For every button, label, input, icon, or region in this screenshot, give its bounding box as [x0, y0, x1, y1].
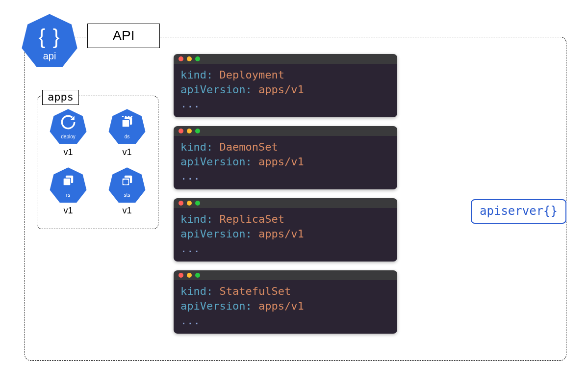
apps-item-name: sts: [108, 192, 146, 198]
yaml-ellipsis: ...: [180, 98, 200, 110]
apiserver-label: apiserver{}: [480, 204, 558, 218]
traffic-light-close-icon: [179, 201, 183, 206]
yaml-ellipsis: ...: [180, 242, 200, 255]
traffic-light-zoom-icon: [195, 56, 200, 61]
stack-dashed-icon: [108, 114, 146, 132]
yaml-value: apps/v1: [258, 83, 304, 96]
yaml-key: apiVersion:: [180, 83, 252, 96]
yaml-value: apps/v1: [258, 300, 304, 312]
apps-item-rs: rs v1: [44, 166, 92, 216]
yaml-key: apiVersion:: [180, 228, 252, 240]
code-body: kind: StatefulSet apiVersion: apps/v1 ..…: [174, 280, 397, 334]
svg-rect-4: [122, 120, 129, 127]
yaml-key: kind:: [180, 213, 213, 225]
stack-icon: [49, 172, 87, 191]
refresh-arrow-icon: [49, 114, 87, 132]
yaml-ellipsis: ...: [180, 170, 200, 182]
yaml-key: kind:: [180, 285, 213, 297]
yaml-value: ReplicaSet: [219, 213, 284, 225]
code-body: kind: Deployment apiVersion: apps/v1 ...: [174, 64, 397, 117]
traffic-light-minimize-icon: [187, 56, 192, 61]
code-body: kind: ReplicaSet apiVersion: apps/v1 ...: [174, 208, 397, 262]
apps-grid: deploy v1 ds v1: [44, 108, 151, 216]
yaml-value: DaemonSet: [219, 141, 278, 153]
apps-item-version: v1: [44, 206, 92, 216]
apps-item-version: v1: [103, 147, 151, 157]
apps-group-label: apps: [42, 90, 79, 105]
code-window-statefulset: kind: StatefulSet apiVersion: apps/v1 ..…: [174, 270, 397, 334]
yaml-key: kind:: [180, 141, 213, 153]
yaml-key: kind:: [180, 69, 213, 81]
traffic-light-minimize-icon: [187, 201, 192, 206]
code-window-replicaset: kind: ReplicaSet apiVersion: apps/v1 ...: [174, 198, 397, 262]
code-window-deployment: kind: Deployment apiVersion: apps/v1 ...: [174, 54, 397, 117]
apps-item-name: ds: [108, 134, 146, 139]
traffic-light-minimize-icon: [187, 129, 192, 133]
code-window-stack: kind: Deployment apiVersion: apps/v1 ...…: [174, 54, 397, 334]
api-title: API: [112, 28, 134, 44]
traffic-light-minimize-icon: [187, 273, 192, 278]
yaml-value: StatefulSet: [219, 285, 291, 297]
traffic-light-zoom-icon: [195, 201, 200, 206]
apps-item-name: rs: [49, 192, 87, 198]
api-heptagon: { } api: [21, 12, 78, 70]
traffic-light-zoom-icon: [195, 129, 200, 133]
traffic-light-close-icon: [179, 273, 183, 278]
db-stack-icon: [108, 172, 146, 191]
traffic-light-close-icon: [179, 129, 183, 133]
apps-item-sts: sts v1: [103, 166, 151, 216]
apiserver-label-box: apiserver{}: [471, 199, 566, 224]
traffic-light-zoom-icon: [195, 273, 200, 278]
apps-item-version: v1: [103, 206, 151, 216]
apps-item-version: v1: [44, 147, 92, 157]
traffic-light-close-icon: [179, 56, 183, 61]
yaml-ellipsis: ...: [180, 315, 200, 327]
apps-item-ds: ds v1: [103, 108, 151, 157]
code-body: kind: DaemonSet apiVersion: apps/v1 ...: [174, 136, 397, 189]
window-titlebar: [174, 54, 397, 64]
api-title-box: API: [87, 24, 160, 48]
apps-item-deploy: deploy v1: [44, 108, 92, 157]
yaml-key: apiVersion:: [180, 300, 252, 312]
yaml-value: apps/v1: [258, 228, 304, 240]
yaml-value: Deployment: [219, 69, 284, 81]
svg-rect-8: [63, 178, 71, 185]
window-titlebar: [174, 126, 397, 136]
code-window-daemonset: kind: DaemonSet apiVersion: apps/v1 ...: [174, 126, 397, 189]
api-heptagon-braces: { }: [21, 25, 78, 49]
apps-item-name: deploy: [49, 134, 87, 139]
yaml-key: apiVersion:: [180, 156, 252, 168]
window-titlebar: [174, 270, 397, 280]
yaml-value: apps/v1: [258, 156, 304, 168]
window-titlebar: [174, 198, 397, 208]
api-heptagon-label: api: [21, 51, 78, 62]
svg-point-14: [123, 183, 128, 184]
